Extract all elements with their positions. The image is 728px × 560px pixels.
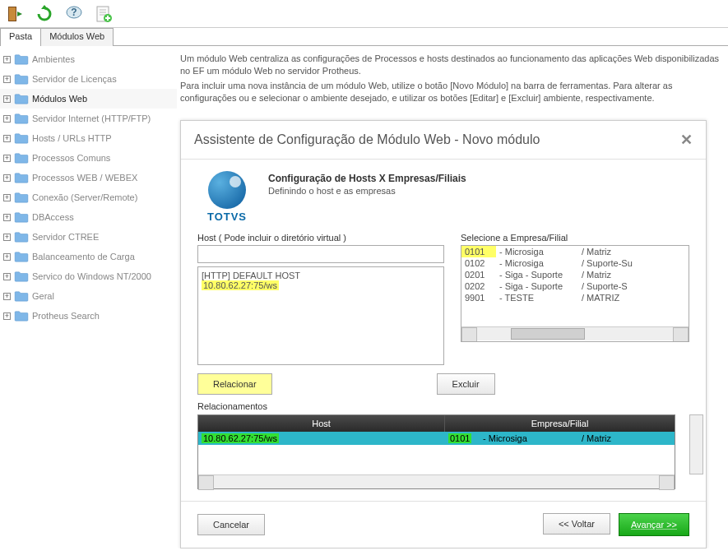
expand-icon[interactable]: + xyxy=(3,155,11,162)
company-list[interactable]: 0101- Microsiga/ Matriz0102- Microsiga/ … xyxy=(461,245,689,342)
tree-item[interactable]: +Módulos Web xyxy=(0,89,177,109)
wizard-header: Assistente de Configuração de Módulo Web… xyxy=(181,121,706,160)
rel-table-row[interactable]: 10.80.62.27:75/ws 0101 - Microsiga / Mat… xyxy=(198,432,675,445)
rel-scroll-vertical[interactable] xyxy=(689,414,703,474)
company-code: 9901 xyxy=(461,292,496,303)
refresh-icon[interactable] xyxy=(35,4,54,24)
folder-tree: +Ambientes+Servidor de Licenças+Módulos … xyxy=(0,46,177,548)
rel-row-host: 10.80.62.27:75/ws xyxy=(202,433,279,443)
relacionar-button[interactable]: Relacionar xyxy=(197,373,272,395)
expand-icon[interactable]: + xyxy=(3,95,11,103)
expand-icon[interactable]: + xyxy=(3,56,11,63)
new-module-icon[interactable] xyxy=(94,4,114,24)
totvs-logo: TOTVS xyxy=(197,168,257,223)
tree-item[interactable]: +Conexão (Server/Remote) xyxy=(0,187,177,207)
tree-item-label: Balanceamento de Carga xyxy=(32,252,135,261)
company-code: 0201 xyxy=(461,269,496,280)
tree-item-label: Processos WEB / WEBEX xyxy=(32,173,137,183)
company-row[interactable]: 0202- Siga - Suporte/ Suporte-S xyxy=(461,280,689,292)
intro-paragraph-1: Um módulo Web centraliza as configuraçõe… xyxy=(180,53,728,78)
rel-row-type: / Matriz xyxy=(578,432,675,445)
tree-item[interactable]: +Ambientes xyxy=(0,49,177,69)
expand-icon[interactable]: + xyxy=(3,234,11,241)
company-code: 0102 xyxy=(461,257,496,269)
tree-item-label: Protheus Search xyxy=(32,311,100,321)
tree-item[interactable]: +Hosts / URLs HTTP xyxy=(0,128,177,148)
company-type: / Matriz xyxy=(578,269,652,280)
expand-icon[interactable]: + xyxy=(3,214,11,221)
company-type: / MATRIZ xyxy=(578,292,652,303)
tree-item-label: Conexão (Server/Remote) xyxy=(32,192,137,202)
wizard-title: Assistente de Configuração de Módulo Web… xyxy=(194,132,540,147)
expand-icon[interactable]: + xyxy=(3,76,11,83)
rel-scroll-horizontal[interactable] xyxy=(198,474,675,488)
excluir-button[interactable]: Excluir xyxy=(437,373,495,395)
rel-row-name: - Microsiga xyxy=(480,432,578,445)
tree-item-label: Ambientes xyxy=(32,54,75,64)
host-label: Host ( Pode incluir o diretório virtual … xyxy=(197,233,444,243)
expand-icon[interactable]: + xyxy=(3,135,11,142)
company-row[interactable]: 0201- Siga - Suporte/ Matriz xyxy=(461,269,689,280)
company-code: 0101 xyxy=(461,246,496,257)
tree-item[interactable]: +Balanceamento de Carga xyxy=(0,247,177,266)
tree-item-label: Processos Comuns xyxy=(32,153,110,163)
tab-pasta[interactable]: Pasta xyxy=(0,28,41,46)
close-icon[interactable]: ✕ xyxy=(680,131,693,149)
tree-item[interactable]: +Servidor Internet (HTTP/FTP) xyxy=(0,109,177,128)
expand-icon[interactable]: + xyxy=(3,273,11,280)
next-button[interactable]: Avançar >> xyxy=(619,513,689,536)
tab-bar: Pasta Módulos Web xyxy=(0,28,728,46)
relacionamentos-label: Relacionamentos xyxy=(197,401,689,411)
expand-icon[interactable]: + xyxy=(3,253,11,261)
relacionamentos-table: Host Empresa/Filial 10.80.62.27:75/ws 01… xyxy=(197,414,675,489)
company-row[interactable]: 9901- TESTE/ MATRIZ xyxy=(461,292,689,303)
company-scroll-horizontal[interactable] xyxy=(461,326,689,340)
rel-row-code: 0101 xyxy=(448,433,471,443)
company-type: / Suporte-S xyxy=(578,280,652,292)
expand-icon[interactable]: + xyxy=(3,174,11,182)
rel-col-empresa: Empresa/Filial xyxy=(445,415,675,432)
main-area: +Ambientes+Servidor de Licenças+Módulos … xyxy=(0,46,728,548)
tree-item-label: Módulos Web xyxy=(32,94,87,104)
tree-item[interactable]: +Servico do Windows NT/2000 xyxy=(0,266,177,286)
main-toolbar: ? xyxy=(0,0,728,28)
wizard-subheading: Definindo o host e as empresas xyxy=(268,186,466,196)
cancel-button[interactable]: Cancelar xyxy=(197,514,265,535)
host-list[interactable]: [HTTP] DEFAULT HOST 10.80.62.27:75/ws xyxy=(197,266,444,365)
tree-item-label: Servico do Windows NT/2000 xyxy=(32,271,151,281)
rel-col-host: Host xyxy=(198,415,445,432)
tree-item[interactable]: +Processos Comuns xyxy=(0,148,177,168)
tree-item-label: DBAccess xyxy=(32,212,74,222)
back-button[interactable]: << Voltar xyxy=(543,513,610,535)
host-list-item-ip[interactable]: 10.80.62.27:75/ws xyxy=(202,280,279,290)
company-label: Selecione a Empresa/Filial xyxy=(461,233,689,243)
tree-item-label: Geral xyxy=(32,291,54,301)
exit-icon[interactable] xyxy=(5,4,25,24)
wizard-heading: Configuração de Hosts X Empresas/Filiais xyxy=(268,173,466,184)
tree-item-label: Servidor CTREE xyxy=(32,232,99,242)
expand-icon[interactable]: + xyxy=(3,293,11,300)
company-code: 0202 xyxy=(461,280,496,292)
tree-item[interactable]: +Protheus Search xyxy=(0,306,177,326)
expand-icon[interactable]: + xyxy=(3,312,11,320)
tree-item[interactable]: +DBAccess xyxy=(0,207,177,227)
host-list-item-default[interactable]: [HTTP] DEFAULT HOST xyxy=(202,271,440,280)
expand-icon[interactable]: + xyxy=(3,194,11,201)
wizard-footer: Cancelar << Voltar Avançar >> xyxy=(181,501,706,548)
tree-item[interactable]: +Geral xyxy=(0,286,177,306)
wizard-dialog: Assistente de Configuração de Módulo Web… xyxy=(180,120,707,548)
host-input[interactable] xyxy=(197,245,444,263)
company-name: - Siga - Suporte xyxy=(496,280,578,292)
svg-text:?: ? xyxy=(71,7,77,18)
tree-item[interactable]: +Servidor de Licenças xyxy=(0,69,177,89)
company-row[interactable]: 0102- Microsiga/ Suporte-Su xyxy=(461,257,689,269)
expand-icon[interactable]: + xyxy=(3,115,11,123)
tab-modulos-web[interactable]: Módulos Web xyxy=(40,28,114,46)
help-icon[interactable]: ? xyxy=(64,4,84,24)
company-row[interactable]: 0101- Microsiga/ Matriz xyxy=(461,246,689,257)
tree-item[interactable]: +Servidor CTREE xyxy=(0,227,177,247)
tree-item-label: Hosts / URLs HTTP xyxy=(32,133,112,143)
company-type: / Suporte-Su xyxy=(578,257,652,269)
content-area: Um módulo Web centraliza as configuraçõe… xyxy=(177,46,728,548)
tree-item[interactable]: +Processos WEB / WEBEX xyxy=(0,168,177,187)
